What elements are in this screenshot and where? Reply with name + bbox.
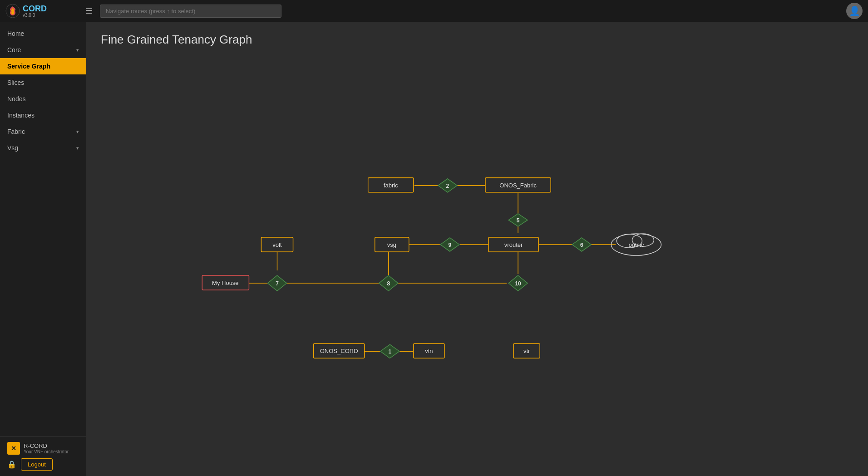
svg-text:1: 1 xyxy=(388,348,391,355)
page-header: Fine Grained Tenancy Graph xyxy=(86,22,868,54)
nav-search-input[interactable] xyxy=(100,5,281,18)
layout: Home Core ▾ Service Graph Slices Nodes I… xyxy=(0,22,868,476)
main-content: Fine Grained Tenancy Graph xyxy=(86,22,868,476)
graph-svg: fabric ONOS_Fabric vsg vrouter public vo… xyxy=(86,54,868,476)
svg-text:9: 9 xyxy=(449,242,452,248)
logo-cord-text: CORD xyxy=(23,5,47,13)
page-title: Fine Grained Tenancy Graph xyxy=(101,33,853,47)
svg-text:ONOS_Fabric: ONOS_Fabric xyxy=(499,182,537,189)
svg-text:5: 5 xyxy=(517,217,520,224)
svg-text:8: 8 xyxy=(387,280,390,287)
svg-text:My House: My House xyxy=(212,280,239,286)
svg-text:2: 2 xyxy=(446,183,449,189)
nav-search-container xyxy=(100,5,281,18)
graph-canvas[interactable]: fabric ONOS_Fabric vsg vrouter public vo… xyxy=(86,54,868,476)
chevron-down-icon-fabric: ▾ xyxy=(76,129,79,135)
svg-text:7: 7 xyxy=(276,280,279,287)
sidebar-item-slices-label: Slices xyxy=(7,79,24,86)
chevron-down-icon: ▾ xyxy=(76,47,79,53)
rcord-info: ✕ R-CORD Your VNF orchestrator xyxy=(7,442,79,455)
lock-icon: 🔒 xyxy=(7,460,16,469)
sidebar: Home Core ▾ Service Graph Slices Nodes I… xyxy=(0,22,86,476)
sidebar-item-home[interactable]: Home xyxy=(0,25,86,42)
sidebar-item-vsg-label: Vsg xyxy=(7,144,18,152)
sidebar-item-vsg[interactable]: Vsg ▾ xyxy=(0,140,86,156)
hamburger-button[interactable]: ☰ xyxy=(84,4,94,18)
sidebar-item-instances-label: Instances xyxy=(7,112,35,119)
svg-text:fabric: fabric xyxy=(384,182,398,189)
cord-logo-icon xyxy=(5,4,20,18)
sidebar-item-nodes[interactable]: Nodes xyxy=(0,91,86,107)
sidebar-item-fabric-label: Fabric xyxy=(7,128,25,135)
avatar[interactable]: 👤 xyxy=(846,3,863,19)
sidebar-item-slices[interactable]: Slices xyxy=(0,74,86,91)
svg-text:6: 6 xyxy=(580,242,583,248)
svg-text:vsg: vsg xyxy=(387,241,396,248)
rcord-tagline: Your VNF orchestrator xyxy=(24,449,69,454)
sidebar-footer: ✕ R-CORD Your VNF orchestrator 🔒 Logout xyxy=(0,436,86,476)
logo-area: CORD v3.0.0 xyxy=(5,4,78,18)
chevron-down-icon-vsg: ▾ xyxy=(76,145,79,151)
sidebar-nav: Home Core ▾ Service Graph Slices Nodes I… xyxy=(0,22,86,436)
svg-text:volt: volt xyxy=(272,241,282,248)
topbar: CORD v3.0.0 ☰ 👤 xyxy=(0,0,868,22)
rcord-text-block: R-CORD Your VNF orchestrator xyxy=(24,442,69,454)
sidebar-item-instances[interactable]: Instances xyxy=(0,107,86,123)
sidebar-item-core-label: Core xyxy=(7,46,21,54)
rcord-icon: ✕ xyxy=(7,442,20,455)
logout-button[interactable]: Logout xyxy=(21,458,53,471)
logo-version-text: v3.0.0 xyxy=(23,13,47,18)
svg-text:public: public xyxy=(628,241,644,248)
topbar-right: 👤 xyxy=(846,3,863,19)
svg-text:ONOS_CORD: ONOS_CORD xyxy=(320,348,358,354)
sidebar-item-service-graph-label: Service Graph xyxy=(7,63,50,70)
svg-text:vtn: vtn xyxy=(425,348,433,354)
sidebar-item-home-label: Home xyxy=(7,30,24,37)
sidebar-item-service-graph[interactable]: Service Graph xyxy=(0,58,86,74)
logo-text: CORD v3.0.0 xyxy=(23,5,47,18)
svg-text:vrouter: vrouter xyxy=(504,241,523,248)
sidebar-item-core[interactable]: Core ▾ xyxy=(0,42,86,58)
rcord-brand: R-CORD xyxy=(24,442,69,449)
svg-text:vtr: vtr xyxy=(523,348,530,354)
sidebar-item-fabric[interactable]: Fabric ▾ xyxy=(0,123,86,140)
sidebar-item-nodes-label: Nodes xyxy=(7,95,25,103)
svg-text:10: 10 xyxy=(515,280,521,287)
